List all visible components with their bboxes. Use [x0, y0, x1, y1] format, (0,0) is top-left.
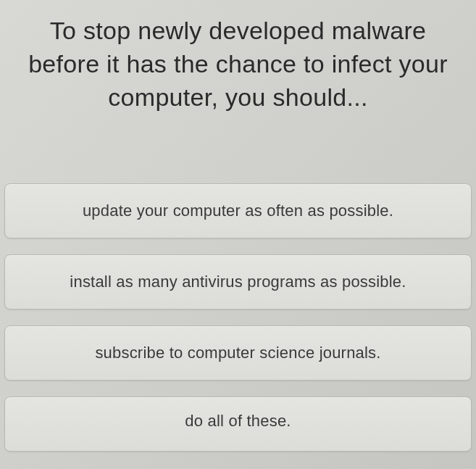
option-2[interactable]: install as many antivirus programs as po… — [4, 254, 472, 310]
question-container: To stop newly developed malware before i… — [0, 0, 476, 115]
question-text: To stop newly developed malware before i… — [22, 14, 454, 115]
options-container: update your computer as often as possibl… — [0, 183, 476, 452]
option-4[interactable]: do all of these. — [4, 397, 472, 452]
option-3[interactable]: subscribe to computer science journals. — [4, 325, 472, 381]
option-1[interactable]: update your computer as often as possibl… — [4, 183, 472, 238]
